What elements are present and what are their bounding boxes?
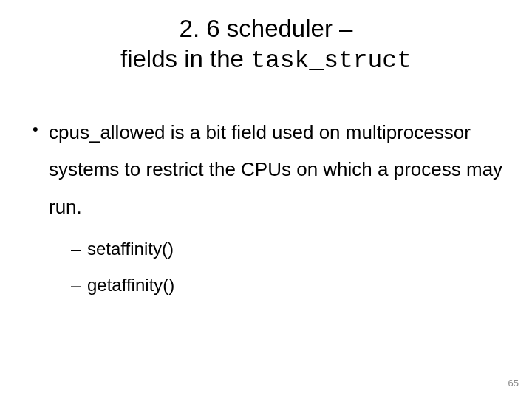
- title-line1: 2. 6 scheduler –: [180, 15, 353, 42]
- list-item: getaffinity(): [71, 267, 504, 303]
- sub-item-text: getaffinity(): [87, 275, 174, 295]
- sub-list: setaffinity() getaffinity(): [49, 231, 504, 303]
- title-code: task_struct: [250, 47, 412, 75]
- slide-body: cpus_allowed is a bit field used on mult…: [0, 77, 532, 303]
- bullet-list: cpus_allowed is a bit field used on mult…: [28, 114, 504, 303]
- sub-item-text: setaffinity(): [87, 239, 174, 259]
- list-item: setaffinity(): [71, 231, 504, 267]
- slide-title: 2. 6 scheduler – fields in the task_stru…: [0, 0, 532, 77]
- bullet-text: cpus_allowed is a bit field used on mult…: [49, 121, 502, 218]
- list-item: cpus_allowed is a bit field used on mult…: [28, 114, 504, 303]
- slide: 2. 6 scheduler – fields in the task_stru…: [0, 0, 532, 399]
- page-number: 65: [508, 378, 519, 389]
- title-line2-prefix: fields in the: [120, 45, 250, 72]
